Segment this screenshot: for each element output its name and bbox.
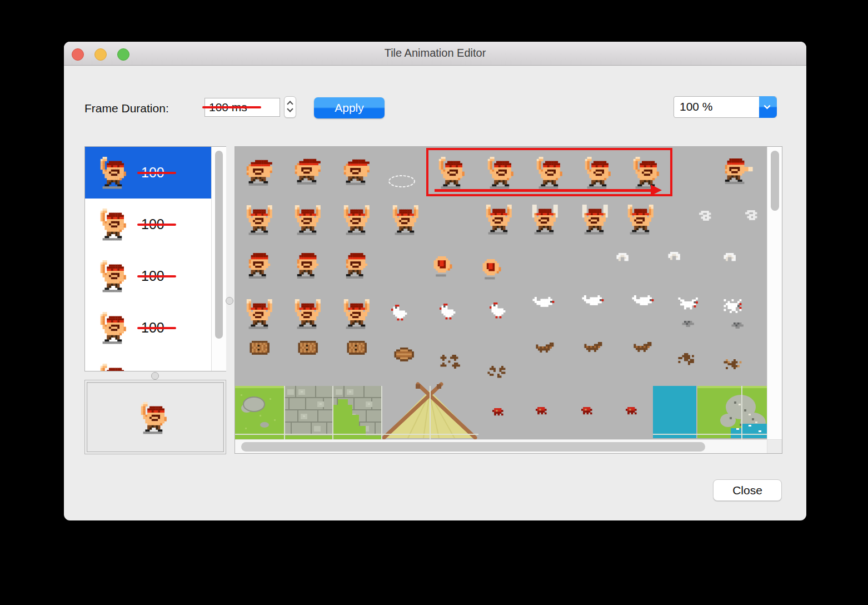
red-strikethrough-annotation — [137, 172, 176, 174]
zoom-dropdown-button[interactable] — [759, 96, 777, 118]
scrollbar-corner — [767, 439, 782, 453]
tileset-horizontal-scrollbar[interactable] — [235, 439, 767, 453]
zoom-level-value: 100 % — [680, 100, 713, 113]
red-strikethrough-annotation — [137, 224, 176, 226]
scrollbar-thumb[interactable] — [241, 442, 705, 452]
title-bar[interactable]: Tile Animation Editor — [64, 42, 806, 66]
frame-duration-label: Frame Duration: — [84, 102, 169, 115]
tileset-view[interactable] — [235, 146, 782, 454]
frame-list-item[interactable]: 100 — [85, 302, 211, 354]
tileset-vertical-scrollbar[interactable] — [767, 147, 782, 439]
frame-sprite-thumbnail — [97, 363, 129, 371]
frames-list-scrollbar[interactable] — [211, 147, 226, 371]
chevron-down-icon — [764, 102, 771, 110]
frame-duration-stepper[interactable] — [284, 96, 296, 118]
vertical-splitter-handle[interactable] — [226, 297, 233, 305]
apply-button[interactable]: Apply — [314, 97, 385, 118]
frame-sprite-thumbnail — [97, 259, 129, 294]
animation-preview-sprite — [137, 400, 171, 436]
frames-list-items: 100 100 100 100 — [85, 147, 211, 371]
horizontal-splitter-handle[interactable] — [151, 372, 159, 380]
tile-animation-editor-window: Tile Animation Editor Frame Duration: Ap… — [64, 42, 806, 520]
zoom-level-combobox[interactable]: 100 % — [674, 96, 777, 118]
annotation-arrowhead-icon — [651, 185, 662, 196]
window-title: Tile Animation Editor — [64, 47, 806, 59]
frame-list-item[interactable] — [85, 354, 211, 371]
scrollbar-thumb[interactable] — [215, 151, 223, 339]
frame-list-item[interactable]: 100 — [85, 250, 211, 302]
red-strikethrough-annotation — [137, 275, 176, 277]
red-strikethrough-annotation — [202, 106, 261, 108]
frame-sprite-thumbnail — [97, 207, 129, 242]
annotation-arrow — [435, 189, 652, 192]
frame-sprite-thumbnail — [97, 311, 129, 345]
frame-sprite-thumbnail — [97, 156, 129, 190]
desktop-background: Tile Animation Editor Frame Duration: Ap… — [0, 0, 868, 605]
frame-list-item[interactable]: 100 — [85, 199, 211, 250]
red-strikethrough-annotation — [137, 327, 176, 329]
close-button[interactable]: Close — [713, 479, 782, 501]
scrollbar-thumb[interactable] — [771, 151, 779, 211]
frame-list-item[interactable]: 100 — [85, 147, 211, 199]
animation-preview-panel — [84, 380, 226, 454]
animation-preview-area — [87, 382, 224, 452]
animation-frames-list: 100 100 100 100 — [84, 146, 226, 371]
stepper-down-icon[interactable] — [287, 106, 293, 112]
